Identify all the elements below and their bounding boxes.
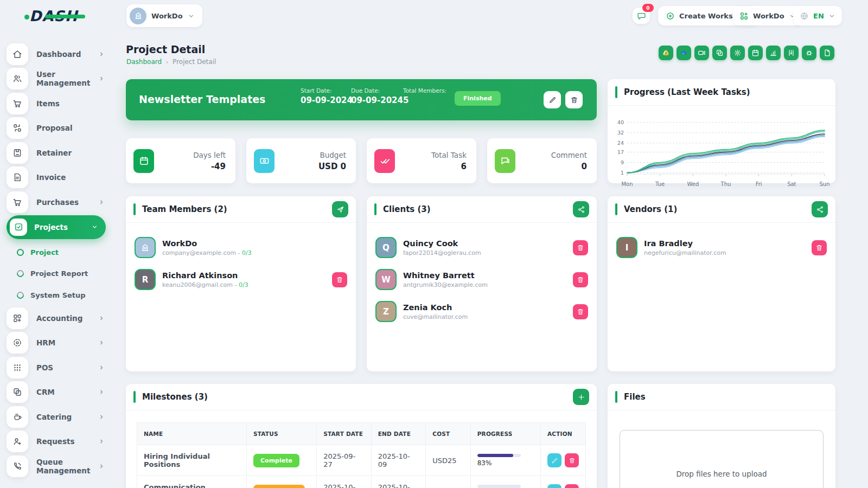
quickbar-calendar-button[interactable] bbox=[748, 46, 763, 60]
sidebar-item-crm[interactable]: CRM bbox=[0, 380, 112, 405]
sidebar-item-invoice[interactable]: Invoice bbox=[0, 165, 112, 190]
chat-icon bbox=[637, 11, 646, 21]
sidebar-subitem-label: Project bbox=[30, 248, 59, 256]
sidebar-subitem-project-report[interactable]: Project Report bbox=[0, 263, 112, 285]
hrm-icon bbox=[12, 338, 22, 348]
trash-icon bbox=[336, 276, 343, 284]
edit-milestone-button[interactable] bbox=[547, 484, 561, 488]
cart-icon bbox=[7, 93, 28, 114]
member-name: Whitney Barrett bbox=[403, 271, 566, 280]
sidebar-item-purchases[interactable]: Purchases bbox=[0, 190, 112, 215]
sidebar-item-proposal[interactable]: Proposal bbox=[0, 116, 112, 141]
app-selector[interactable]: WorkDo bbox=[733, 6, 802, 25]
sidebar-item-dashboard[interactable]: Dashboard bbox=[0, 42, 112, 67]
sidebar: DashboardUser ManagementItemsProposalRet… bbox=[0, 42, 112, 479]
chat-icon bbox=[637, 11, 646, 21]
sidebar-item-label: CRM bbox=[36, 388, 90, 396]
quickbar-bug-button[interactable] bbox=[802, 46, 816, 60]
milestones-table: NAMESTATUSSTART DATEEND DATECOSTPROGRESS… bbox=[137, 422, 586, 488]
share-clients-button[interactable] bbox=[573, 201, 589, 217]
requests-icon bbox=[7, 431, 28, 452]
quickbar-onedrive-button[interactable] bbox=[676, 46, 691, 60]
sidebar-item-requests[interactable]: Requests bbox=[0, 429, 112, 454]
delete-milestone-button[interactable] bbox=[565, 453, 579, 467]
sidebar-item-items[interactable]: Items bbox=[0, 91, 112, 116]
quickbar-settings-button[interactable] bbox=[730, 46, 745, 60]
delete-member-button[interactable] bbox=[573, 272, 588, 287]
document-icon bbox=[823, 49, 831, 57]
sidebar-item-user-management[interactable]: User Management bbox=[0, 67, 112, 92]
progress-chart-svg: 4032241791MonTueWedThuFriSatSun bbox=[611, 113, 830, 190]
due-date-block: Due Date: 09-09-2024 bbox=[351, 87, 403, 105]
file-dropzone[interactable]: Drop files here to upload bbox=[620, 430, 824, 488]
sidebar-subitem-label: System Setup bbox=[30, 291, 86, 299]
sidebar-subitem-system-setup[interactable]: System Setup bbox=[0, 285, 112, 306]
language-label: EN bbox=[813, 12, 824, 20]
list-item: WorkDocompany@example.com - 0/3 bbox=[126, 232, 356, 264]
sidebar-subitem-project[interactable]: Project bbox=[0, 242, 112, 264]
quickbar-video-button[interactable] bbox=[694, 46, 709, 60]
breadcrumb-dashboard-link[interactable]: Dashboard bbox=[126, 58, 162, 66]
svg-text:17: 17 bbox=[617, 149, 624, 155]
quickbar-copy-button[interactable] bbox=[712, 46, 727, 60]
chevron-right-icon bbox=[98, 389, 105, 395]
requests-icon bbox=[12, 436, 22, 446]
bug-icon bbox=[805, 49, 813, 57]
users-icon bbox=[12, 74, 22, 84]
delete-project-button[interactable] bbox=[565, 91, 583, 108]
progress-card-title: Progress (Last Week Tasks) bbox=[624, 87, 828, 97]
columns-icon bbox=[787, 49, 795, 57]
member-email: negefuricu@mailinator.com bbox=[644, 249, 805, 256]
app-logo[interactable]: DASH bbox=[29, 8, 78, 24]
member-name: Richard Atkinson bbox=[162, 271, 326, 280]
retainer-icon bbox=[7, 142, 28, 164]
users-icon bbox=[7, 68, 28, 89]
queue-icon bbox=[12, 461, 22, 471]
delete-member-button[interactable] bbox=[573, 304, 588, 319]
delete-member-button[interactable] bbox=[332, 272, 347, 287]
invite-member-button[interactable] bbox=[332, 201, 348, 217]
quickbar-chart-button[interactable] bbox=[766, 46, 781, 60]
project-banner: Newsletter Templates Start Date: 09-09-2… bbox=[126, 79, 597, 120]
sidebar-item-label: Invoice bbox=[36, 173, 105, 182]
sidebar-item-pos[interactable]: POS bbox=[0, 355, 112, 380]
share-icon bbox=[816, 206, 824, 214]
retainer-icon bbox=[12, 148, 22, 158]
edit-milestone-button[interactable] bbox=[547, 453, 561, 467]
chart-icon bbox=[769, 49, 777, 57]
total-members-block: Total Members: 5 bbox=[403, 87, 446, 105]
messages-button[interactable]: 0 bbox=[633, 8, 650, 24]
sidebar-item-accounting[interactable]: Accounting bbox=[0, 306, 112, 331]
stat-label: Days left bbox=[159, 151, 226, 159]
sidebar-item-catering[interactable]: Catering bbox=[0, 404, 112, 429]
add-milestone-button[interactable] bbox=[573, 389, 589, 405]
sidebar-item-queue-management[interactable]: Queue Management bbox=[0, 454, 112, 479]
language-selector[interactable]: EN bbox=[793, 6, 842, 25]
chevron-right-icon bbox=[98, 463, 105, 470]
delete-member-button[interactable] bbox=[573, 240, 588, 255]
workspace-selector[interactable]: WorkDo bbox=[126, 4, 202, 27]
breadcrumb-current: Project Detail bbox=[173, 58, 216, 66]
milestone-cost: USD25 bbox=[426, 445, 470, 476]
delete-milestone-button[interactable] bbox=[565, 484, 579, 488]
sidebar-item-hrm[interactable]: HRM bbox=[0, 331, 112, 356]
sidebar-item-projects[interactable]: Projects bbox=[7, 215, 106, 239]
building-icon bbox=[130, 8, 146, 24]
milestones-title: Milestones (3) bbox=[142, 392, 573, 402]
milestone-progress: 0% bbox=[470, 476, 540, 488]
avatar: W bbox=[375, 269, 397, 290]
quickbar-drive-button[interactable] bbox=[659, 46, 673, 60]
member-name: Zenia Koch bbox=[403, 303, 566, 312]
quickbar-columns-button[interactable] bbox=[784, 46, 799, 60]
edit-project-button[interactable] bbox=[544, 91, 561, 108]
clients-card: Clients (3) QQuincy Cookfapor22014@ogler… bbox=[367, 196, 597, 371]
share-vendors-button[interactable] bbox=[812, 201, 828, 217]
quickbar-document-button[interactable] bbox=[820, 46, 834, 60]
plus-circle-icon bbox=[666, 11, 675, 21]
sidebar-item-label: HRM bbox=[36, 338, 90, 347]
list-item: IIra Bradleynegefuricu@mailinator.com bbox=[608, 232, 835, 264]
team-members-list: WorkDocompany@example.com - 0/3RRichard … bbox=[126, 223, 356, 296]
sidebar-item-retainer[interactable]: Retainer bbox=[0, 140, 112, 165]
delete-member-button[interactable] bbox=[812, 240, 827, 255]
svg-text:Thu: Thu bbox=[720, 181, 731, 187]
